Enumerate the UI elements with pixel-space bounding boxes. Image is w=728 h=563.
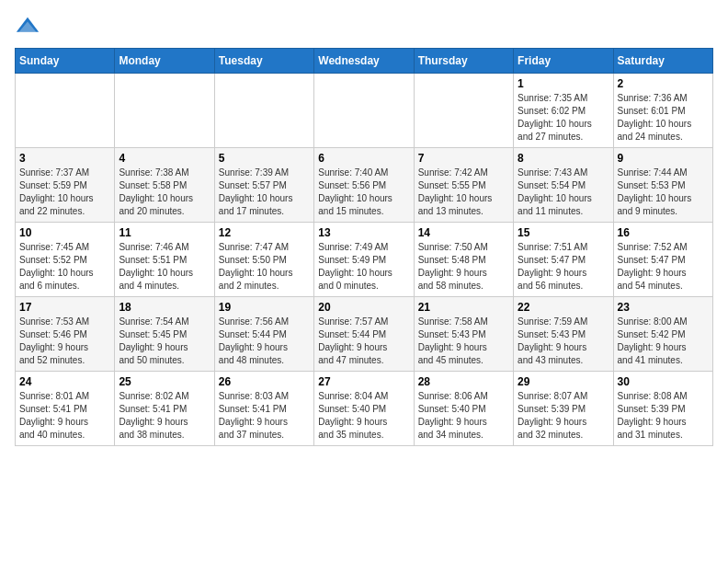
day-info: Sunrise: 7:50 AM Sunset: 5:48 PM Dayligh… xyxy=(418,241,509,293)
calendar-week-row: 1Sunrise: 7:35 AM Sunset: 6:02 PM Daylig… xyxy=(16,74,713,148)
calendar-cell: 18Sunrise: 7:54 AM Sunset: 5:45 PM Dayli… xyxy=(115,297,214,372)
day-info: Sunrise: 8:06 AM Sunset: 5:40 PM Dayligh… xyxy=(418,390,509,442)
calendar-week-row: 10Sunrise: 7:45 AM Sunset: 5:52 PM Dayli… xyxy=(16,223,713,297)
calendar-cell: 16Sunrise: 7:52 AM Sunset: 5:47 PM Dayli… xyxy=(613,223,712,297)
day-info: Sunrise: 8:03 AM Sunset: 5:41 PM Dayligh… xyxy=(219,390,310,442)
calendar-cell: 15Sunrise: 7:51 AM Sunset: 5:47 PM Dayli… xyxy=(514,223,613,297)
day-number: 18 xyxy=(119,301,210,314)
weekday-header: Wednesday xyxy=(314,49,414,74)
calendar-cell: 2Sunrise: 7:36 AM Sunset: 6:01 PM Daylig… xyxy=(613,74,712,148)
calendar-cell: 20Sunrise: 7:57 AM Sunset: 5:44 PM Dayli… xyxy=(314,297,414,372)
day-info: Sunrise: 7:54 AM Sunset: 5:45 PM Dayligh… xyxy=(119,316,210,367)
weekday-header: Monday xyxy=(115,49,214,74)
calendar-cell xyxy=(414,74,513,148)
calendar-cell: 28Sunrise: 8:06 AM Sunset: 5:40 PM Dayli… xyxy=(414,372,513,446)
day-info: Sunrise: 7:42 AM Sunset: 5:55 PM Dayligh… xyxy=(418,167,509,218)
day-info: Sunrise: 8:07 AM Sunset: 5:39 PM Dayligh… xyxy=(518,390,609,442)
calendar-cell xyxy=(214,74,313,148)
calendar-cell: 13Sunrise: 7:49 AM Sunset: 5:49 PM Dayli… xyxy=(314,223,414,297)
calendar-table: SundayMondayTuesdayWednesdayThursdayFrid… xyxy=(15,48,713,446)
day-info: Sunrise: 7:59 AM Sunset: 5:43 PM Dayligh… xyxy=(518,316,609,367)
day-info: Sunrise: 7:52 AM Sunset: 5:47 PM Dayligh… xyxy=(618,241,709,293)
day-number: 29 xyxy=(518,375,609,388)
day-info: Sunrise: 7:37 AM Sunset: 5:59 PM Dayligh… xyxy=(19,167,110,218)
calendar-cell: 26Sunrise: 8:03 AM Sunset: 5:41 PM Dayli… xyxy=(214,372,313,446)
day-info: Sunrise: 7:47 AM Sunset: 5:50 PM Dayligh… xyxy=(219,241,310,293)
calendar-cell: 6Sunrise: 7:40 AM Sunset: 5:56 PM Daylig… xyxy=(314,148,414,223)
day-number: 2 xyxy=(618,77,709,90)
day-number: 30 xyxy=(618,375,709,388)
calendar-cell: 11Sunrise: 7:46 AM Sunset: 5:51 PM Dayli… xyxy=(115,223,214,297)
calendar-cell: 9Sunrise: 7:44 AM Sunset: 5:53 PM Daylig… xyxy=(613,148,712,223)
day-number: 28 xyxy=(418,375,509,388)
weekday-header: Friday xyxy=(514,49,613,74)
calendar-cell xyxy=(314,74,414,148)
day-number: 6 xyxy=(318,152,409,165)
day-info: Sunrise: 7:49 AM Sunset: 5:49 PM Dayligh… xyxy=(318,241,409,293)
day-number: 9 xyxy=(618,152,709,165)
calendar-cell: 23Sunrise: 8:00 AM Sunset: 5:42 PM Dayli… xyxy=(613,297,712,372)
day-info: Sunrise: 8:02 AM Sunset: 5:41 PM Dayligh… xyxy=(119,390,210,442)
day-info: Sunrise: 7:43 AM Sunset: 5:54 PM Dayligh… xyxy=(518,167,609,218)
day-number: 15 xyxy=(518,226,609,239)
weekday-header: Thursday xyxy=(414,49,513,74)
day-number: 7 xyxy=(418,152,509,165)
logo xyxy=(15,15,44,40)
weekday-header-row: SundayMondayTuesdayWednesdayThursdayFrid… xyxy=(16,49,713,74)
day-info: Sunrise: 8:01 AM Sunset: 5:41 PM Dayligh… xyxy=(19,390,110,442)
day-number: 20 xyxy=(318,301,409,314)
calendar-cell: 21Sunrise: 7:58 AM Sunset: 5:43 PM Dayli… xyxy=(414,297,513,372)
calendar-cell: 3Sunrise: 7:37 AM Sunset: 5:59 PM Daylig… xyxy=(16,148,115,223)
day-number: 22 xyxy=(518,301,609,314)
day-number: 8 xyxy=(518,152,609,165)
page-header xyxy=(15,15,713,40)
calendar-cell: 27Sunrise: 8:04 AM Sunset: 5:40 PM Dayli… xyxy=(314,372,414,446)
day-info: Sunrise: 7:45 AM Sunset: 5:52 PM Dayligh… xyxy=(19,241,110,293)
day-info: Sunrise: 8:08 AM Sunset: 5:39 PM Dayligh… xyxy=(618,390,709,442)
day-number: 24 xyxy=(19,375,110,388)
day-number: 4 xyxy=(119,152,210,165)
calendar-cell: 7Sunrise: 7:42 AM Sunset: 5:55 PM Daylig… xyxy=(414,148,513,223)
day-info: Sunrise: 7:46 AM Sunset: 5:51 PM Dayligh… xyxy=(119,241,210,293)
weekday-header: Sunday xyxy=(16,49,115,74)
day-number: 16 xyxy=(618,226,709,239)
day-info: Sunrise: 7:38 AM Sunset: 5:58 PM Dayligh… xyxy=(119,167,210,218)
calendar-cell: 10Sunrise: 7:45 AM Sunset: 5:52 PM Dayli… xyxy=(16,223,115,297)
day-info: Sunrise: 7:35 AM Sunset: 6:02 PM Dayligh… xyxy=(518,92,609,144)
calendar-cell: 17Sunrise: 7:53 AM Sunset: 5:46 PM Dayli… xyxy=(16,297,115,372)
day-number: 27 xyxy=(318,375,409,388)
calendar-week-row: 3Sunrise: 7:37 AM Sunset: 5:59 PM Daylig… xyxy=(16,148,713,223)
calendar-cell: 5Sunrise: 7:39 AM Sunset: 5:57 PM Daylig… xyxy=(214,148,313,223)
weekday-header: Tuesday xyxy=(214,49,313,74)
calendar-cell: 25Sunrise: 8:02 AM Sunset: 5:41 PM Dayli… xyxy=(115,372,214,446)
day-number: 21 xyxy=(418,301,509,314)
day-info: Sunrise: 7:51 AM Sunset: 5:47 PM Dayligh… xyxy=(518,241,609,293)
day-info: Sunrise: 7:56 AM Sunset: 5:44 PM Dayligh… xyxy=(219,316,310,367)
day-info: Sunrise: 7:39 AM Sunset: 5:57 PM Dayligh… xyxy=(219,167,310,218)
calendar-cell: 8Sunrise: 7:43 AM Sunset: 5:54 PM Daylig… xyxy=(514,148,613,223)
calendar-cell: 14Sunrise: 7:50 AM Sunset: 5:48 PM Dayli… xyxy=(414,223,513,297)
calendar-cell xyxy=(115,74,214,148)
calendar-cell: 22Sunrise: 7:59 AM Sunset: 5:43 PM Dayli… xyxy=(514,297,613,372)
day-number: 5 xyxy=(219,152,310,165)
calendar-cell xyxy=(16,74,115,148)
calendar-cell: 30Sunrise: 8:08 AM Sunset: 5:39 PM Dayli… xyxy=(613,372,712,446)
day-number: 11 xyxy=(119,226,210,239)
day-number: 25 xyxy=(119,375,210,388)
day-number: 14 xyxy=(418,226,509,239)
day-info: Sunrise: 7:53 AM Sunset: 5:46 PM Dayligh… xyxy=(19,316,110,367)
calendar-cell: 1Sunrise: 7:35 AM Sunset: 6:02 PM Daylig… xyxy=(514,74,613,148)
calendar-cell: 12Sunrise: 7:47 AM Sunset: 5:50 PM Dayli… xyxy=(214,223,313,297)
day-number: 12 xyxy=(219,226,310,239)
day-info: Sunrise: 7:40 AM Sunset: 5:56 PM Dayligh… xyxy=(318,167,409,218)
logo-icon xyxy=(15,15,40,40)
calendar-cell: 29Sunrise: 8:07 AM Sunset: 5:39 PM Dayli… xyxy=(514,372,613,446)
day-info: Sunrise: 7:58 AM Sunset: 5:43 PM Dayligh… xyxy=(418,316,509,367)
day-info: Sunrise: 8:00 AM Sunset: 5:42 PM Dayligh… xyxy=(618,316,709,367)
calendar-cell: 19Sunrise: 7:56 AM Sunset: 5:44 PM Dayli… xyxy=(214,297,313,372)
calendar-cell: 24Sunrise: 8:01 AM Sunset: 5:41 PM Dayli… xyxy=(16,372,115,446)
calendar-week-row: 24Sunrise: 8:01 AM Sunset: 5:41 PM Dayli… xyxy=(16,372,713,446)
day-number: 10 xyxy=(19,226,110,239)
day-number: 23 xyxy=(618,301,709,314)
weekday-header: Saturday xyxy=(613,49,712,74)
